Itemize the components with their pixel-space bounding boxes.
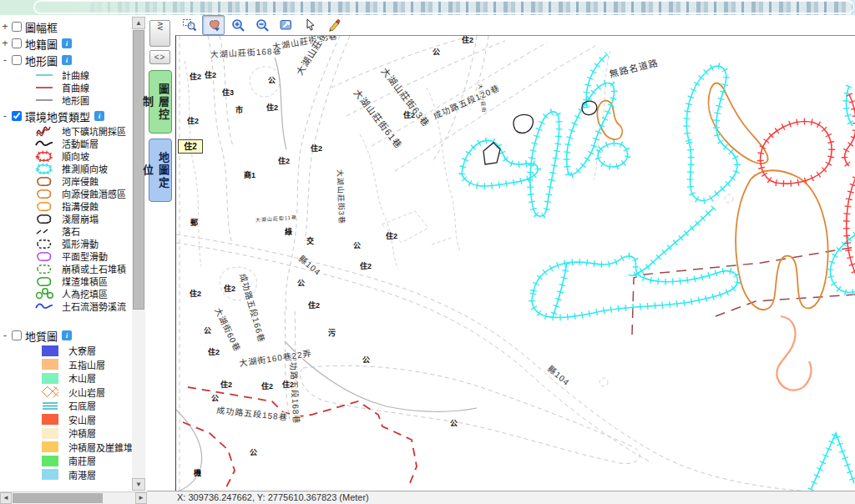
- map-zone-label: 住2: [261, 381, 273, 391]
- legend-swatch-icon: [35, 263, 57, 275]
- legend-label: 煤渣堆積區: [62, 275, 108, 288]
- tree-node: -環境地質類型i: [0, 108, 132, 124]
- map-street-label: 縣104: [297, 254, 323, 277]
- layer-checkbox[interactable]: [12, 111, 22, 121]
- collapse-horizontal-button[interactable]: <>: [149, 50, 170, 64]
- tree-node: -地形圖i: [0, 52, 132, 68]
- tab-layer-control[interactable]: 圖層控制: [149, 70, 172, 134]
- layer-label[interactable]: 圖幅框: [25, 19, 58, 35]
- legend-item: 大寮層: [0, 344, 132, 358]
- tree-node: +地籍圖i: [0, 35, 132, 52]
- map-zone-label: 污: [328, 328, 336, 337]
- tree-expander[interactable]: -: [0, 330, 10, 341]
- legend-item: 計曲線: [0, 68, 132, 81]
- map-zone-label: 公: [250, 448, 257, 456]
- legend-swatch-icon: [35, 301, 57, 311]
- map-zone-label: 郵: [190, 218, 198, 227]
- layer-label[interactable]: 地形圖: [25, 53, 58, 68]
- map-zone-label: 交: [306, 236, 314, 245]
- legend-swatch-icon: [42, 401, 63, 411]
- scroll-right-button[interactable]: ►: [135, 492, 147, 504]
- tree-node: -地質圖i: [0, 327, 132, 344]
- tab-map-locate[interactable]: 地圖定位: [149, 139, 172, 202]
- info-icon[interactable]: i: [62, 330, 72, 340]
- map-zone-label: 住2: [208, 347, 220, 356]
- legend-swatch-icon: [42, 456, 63, 466]
- map-zone-label: 公: [268, 76, 276, 84]
- map-zone-label: 公: [433, 48, 440, 56]
- legend-label: 向源侵蝕潛感區: [62, 187, 126, 200]
- map-zone-label: 住2: [403, 110, 415, 119]
- legend-swatch-icon: [42, 428, 63, 439]
- layer-checkbox[interactable]: [12, 38, 22, 48]
- tree-vertical-scrollbar[interactable]: ▲ ▼: [132, 17, 145, 491]
- legend-label: 安山層: [68, 413, 96, 426]
- layer-checkbox[interactable]: [12, 55, 22, 65]
- legend-swatch-icon: [35, 95, 57, 105]
- map-toolbar: [175, 15, 855, 35]
- zoom-out-tool-button[interactable]: [250, 15, 273, 35]
- scroll-up-button[interactable]: ▲: [132, 17, 145, 29]
- pan-tool-button[interactable]: [202, 15, 225, 35]
- legend-item: 安山層: [0, 413, 132, 427]
- legend-swatch-icon: [35, 163, 57, 174]
- legend-item: 地形圖: [0, 93, 132, 106]
- legend-swatch-icon: [35, 275, 57, 287]
- map-zone-label: 住2: [311, 144, 322, 153]
- legend-item: 首曲線: [0, 81, 132, 93]
- info-icon[interactable]: i: [62, 38, 72, 48]
- layer-checkbox[interactable]: [12, 22, 22, 32]
- legend-swatch-icon: [35, 200, 57, 212]
- collapse-vertical-button[interactable]: ∧∨: [149, 20, 170, 47]
- legend-item: 南港層: [0, 468, 132, 482]
- info-icon[interactable]: i: [94, 111, 104, 121]
- coordinate-readout: X: 309736.247662, Y: 2775610.367823 (Met…: [177, 492, 369, 502]
- scroll-thumb-horizontal[interactable]: [13, 493, 103, 503]
- gis-map-application: { "banner": {"description": "city skylin…: [0, 0, 855, 504]
- full-extent-tool-button[interactable]: [275, 15, 297, 35]
- scroll-down-button[interactable]: ▼: [132, 478, 145, 491]
- legend-label: 推測順向坡: [62, 162, 108, 175]
- legend-swatch-icon: [35, 175, 57, 187]
- legend-item: 土石流潛勢溪流: [0, 300, 132, 312]
- tree-expander[interactable]: -: [0, 110, 10, 122]
- legend-label: 南莊層: [68, 454, 96, 467]
- legend-label: 河岸侵蝕: [62, 174, 99, 188]
- layer-label[interactable]: 地質圖: [25, 328, 58, 344]
- status-bar: X: 309736.247662, Y: 2775610.367823 (Met…: [147, 491, 855, 504]
- legend-label: 活動斷層: [62, 137, 99, 150]
- layer-label[interactable]: 環境地質類型: [25, 108, 90, 124]
- tree-horizontal-scrollbar[interactable]: ◄ ►: [0, 491, 147, 504]
- zoom-in-tool-button[interactable]: [226, 15, 249, 35]
- measure-tool-button[interactable]: [323, 15, 346, 35]
- tree-expander[interactable]: +: [0, 38, 10, 49]
- legend-item: 火山岩層: [0, 386, 132, 400]
- legend-swatch-icon: [35, 226, 57, 236]
- select-tool-button[interactable]: [299, 15, 321, 35]
- legend-swatch-icon: [42, 345, 63, 356]
- layer-label[interactable]: 地籍圖: [25, 36, 58, 52]
- map-zone-label: 住2: [266, 103, 278, 112]
- map-zone-label: 公: [353, 241, 361, 249]
- map-street-label: 成功路五段120巷: [432, 83, 501, 121]
- legend-item: 平面型滑動: [0, 249, 132, 262]
- legend-label: 五指山層: [68, 358, 105, 371]
- legend-item: 順向坡: [0, 149, 132, 162]
- layer-checkbox[interactable]: [12, 330, 22, 340]
- legend-label: 落石: [62, 224, 80, 238]
- banner-image: [0, 0, 855, 15]
- map-street-label: 大湖山莊街11巷: [255, 214, 298, 224]
- legend-item: 沖積層及崖錐堆積層: [0, 441, 132, 455]
- scroll-left-button[interactable]: ◄: [0, 492, 12, 504]
- zoom-window-tool-button[interactable]: [178, 15, 200, 35]
- tree-expander[interactable]: +: [0, 21, 10, 33]
- legend-label: 火山岩層: [68, 386, 105, 399]
- map-zone-label: 住2: [205, 70, 216, 79]
- info-icon[interactable]: i: [62, 55, 72, 65]
- legend-swatch-icon: [42, 373, 63, 384]
- map-canvas[interactable]: 大湖山莊街168巷大湖山莊街15巷大湖山莊街120巷大湖山莊街61巷大湖山莊街6…: [175, 35, 855, 491]
- legend-label: 指溝侵蝕: [62, 199, 99, 213]
- tree-expander[interactable]: -: [0, 54, 10, 66]
- inferred-dip-slope-layer: [462, 54, 855, 491]
- legend-label: 沖積層: [68, 426, 96, 440]
